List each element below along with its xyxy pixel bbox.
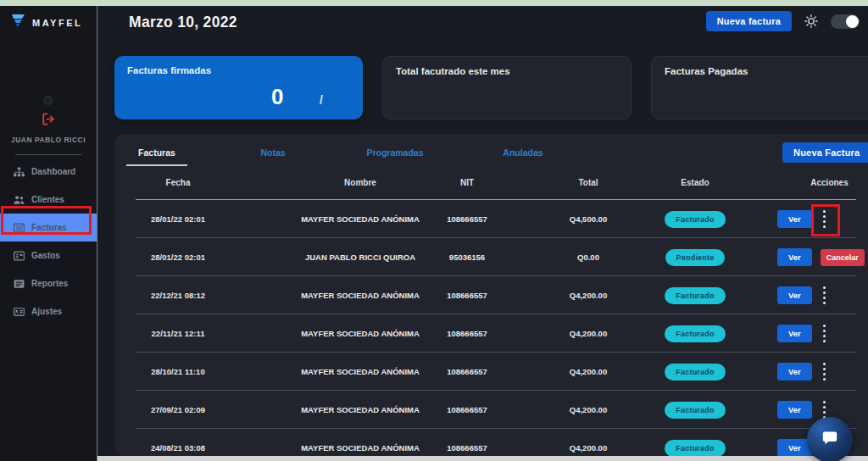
status-badge: Facturado: [665, 325, 725, 342]
card-title: Facturas firmadas: [127, 65, 211, 75]
mayfel-logo-icon: [10, 13, 26, 32]
sidebar-item-gastos[interactable]: Gastos: [0, 242, 97, 269]
sidebar-nav: DashboardClientesFacturasGastosReportesA…: [0, 158, 97, 325]
cell-fecha: 28/01/22 02:01: [127, 200, 229, 238]
row-menu-kebab-icon[interactable]: [821, 325, 829, 342]
sidebar-item-dashboard[interactable]: Dashboard: [0, 158, 97, 186]
cell-estado: Facturado: [636, 353, 754, 391]
row-menu-kebab-icon[interactable]: [821, 286, 829, 304]
sidebar: MAYFEL ⚙ JUAN PABLO RICCI DashboardClien…: [0, 6, 97, 461]
sidebar-item-facturas[interactable]: Facturas: [0, 214, 97, 242]
ver-button[interactable]: Ver: [777, 363, 812, 380]
users-icon: [13, 194, 25, 205]
table-row: 28/01/22 02:01JUAN PABLO RICCI QUIROA950…: [114, 238, 868, 276]
cell-fecha: 22/11/21 12:11: [127, 314, 229, 353]
card-total-facturado: Total facutrado este mes: [382, 56, 632, 119]
cell-fecha: 24/08/21 03:08: [127, 429, 229, 456]
tab-notas[interactable]: Notas: [239, 147, 307, 158]
card-value-separator: /: [320, 93, 323, 107]
cell-acciones: Ver: [777, 353, 868, 391]
sidebar-item-clientes[interactable]: Clientes: [0, 186, 97, 214]
ver-button[interactable]: Ver: [777, 286, 812, 304]
table-header: FechaNombreNITTotalEstadoAcciones: [114, 178, 868, 199]
toggle-knob: [846, 15, 859, 28]
row-menu-kebab-icon[interactable]: [821, 363, 829, 380]
cell-estado: Pendiente: [636, 238, 754, 276]
row-menu-kebab-icon[interactable]: [821, 401, 829, 419]
card-value: 0: [271, 84, 283, 109]
cell-estado: Facturado: [636, 314, 754, 353]
brand-logo: MAYFEL: [10, 13, 82, 32]
card-title: Total facutrado este mes: [396, 66, 510, 76]
cell-nit: 95036156: [408, 238, 526, 276]
column-header-total: Total: [529, 178, 648, 187]
table-row: 24/08/21 03:08MAYFER SOCIEDAD ANÓNIMA108…: [114, 429, 868, 456]
report-icon: [13, 278, 25, 289]
cell-fecha: 28/01/22 02:01: [127, 238, 229, 276]
sitemap-icon: [13, 166, 25, 177]
table-row: 28/01/22 02:01MAYFER SOCIEDAD ANÓNIMA108…: [114, 200, 868, 238]
sidebar-item-reportes[interactable]: Reportes: [0, 269, 97, 297]
cell-total: Q4,200.00: [529, 391, 648, 429]
table-row: 27/09/21 02:09MAYFER SOCIEDAD ANÓNIMA108…: [114, 391, 868, 429]
top-strip: [0, 0, 868, 6]
column-header-fecha: Fecha: [127, 178, 229, 187]
receipt-icon: [13, 250, 25, 261]
sidebar-item-ajustes[interactable]: Ajustes: [0, 297, 97, 325]
cell-nit: 108666557: [408, 276, 526, 314]
invoice-icon: [13, 222, 25, 233]
theme-toggle[interactable]: [831, 14, 860, 29]
status-badge: Facturado: [665, 211, 725, 228]
sidebar-item-label: Reportes: [31, 279, 68, 288]
sidebar-item-label: Facturas: [31, 223, 67, 232]
card-title: Facturas Pagadas: [665, 66, 748, 76]
cell-fecha: 28/10/21 11:10: [127, 353, 229, 391]
cell-acciones: VerCancelar: [777, 238, 868, 276]
cancelar-button[interactable]: Cancelar: [821, 249, 865, 266]
new-invoice-button-panel[interactable]: Nueva Factura: [782, 142, 868, 163]
cell-nit: 108666557: [408, 200, 526, 238]
status-badge: Facturado: [665, 287, 725, 304]
status-badge: Pendiente: [665, 249, 726, 266]
status-badge: Facturado: [665, 402, 725, 419]
card-facturas-firmadas: Facturas firmadas 0 /: [114, 56, 363, 119]
status-badge: Facturado: [665, 440, 725, 457]
chat-button[interactable]: [807, 417, 853, 461]
divider: [15, 154, 81, 155]
bottom-strip: [97, 456, 868, 461]
table-body: 28/01/22 02:01MAYFER SOCIEDAD ANÓNIMA108…: [114, 200, 868, 456]
sidebar-item-label: Clientes: [31, 195, 64, 204]
ver-button[interactable]: Ver: [777, 210, 812, 228]
cell-nit: 108666557: [408, 314, 526, 353]
header-actions: Nueva factura: [706, 11, 860, 31]
brand-name: MAYFEL: [32, 18, 82, 28]
tab-programadas[interactable]: Programadas: [353, 147, 437, 158]
cell-total: Q4,500.00: [529, 200, 648, 238]
sidebar-item-label: Dashboard: [31, 167, 75, 176]
idcard-icon: [13, 306, 25, 317]
status-badge: Facturado: [665, 364, 725, 380]
cell-acciones: Ver: [777, 314, 868, 353]
row-menu-kebab-icon[interactable]: [821, 210, 829, 228]
user-name: JUAN PABLO RICCI: [0, 136, 97, 144]
sidebar-separator: [97, 6, 97, 461]
cell-total: Q4,200.00: [529, 429, 648, 456]
cell-fecha: 22/12/21 08:12: [127, 276, 229, 314]
ver-button[interactable]: Ver: [777, 401, 812, 419]
ver-button[interactable]: Ver: [777, 248, 812, 266]
cell-fecha: 27/09/21 02:09: [127, 391, 229, 429]
ver-button[interactable]: Ver: [777, 325, 812, 342]
tab-facturas[interactable]: Facturas: [123, 147, 191, 158]
page-title-date: Marzo 10, 2022: [129, 14, 237, 31]
logout-icon[interactable]: [0, 113, 97, 125]
table-row: 22/12/21 08:12MAYFER SOCIEDAD ANÓNIMA108…: [114, 276, 868, 314]
chat-bubble-icon: [820, 428, 840, 452]
cell-total: Q4,200.00: [529, 353, 648, 391]
new-invoice-button-header[interactable]: Nueva factura: [706, 11, 792, 31]
gear-icon[interactable]: ⚙: [0, 94, 97, 108]
sidebar-item-label: Ajustes: [31, 307, 62, 316]
cell-acciones: Ver: [777, 200, 868, 238]
table-row: 22/11/21 12:11MAYFER SOCIEDAD ANÓNIMA108…: [114, 314, 868, 353]
tab-anuladas[interactable]: Anuladas: [485, 147, 561, 158]
column-header-estado: Estado: [636, 178, 754, 187]
